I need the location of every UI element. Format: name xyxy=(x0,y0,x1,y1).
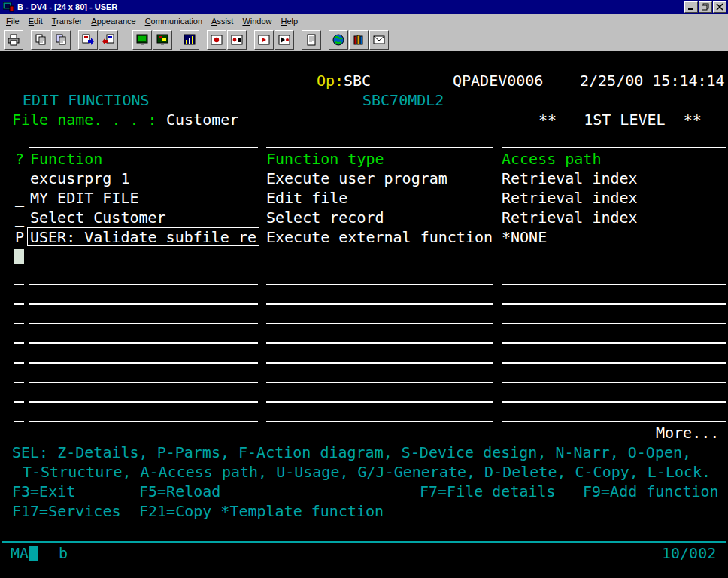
minimize-icon[interactable] xyxy=(684,1,698,13)
menu-appearance[interactable]: Appearance xyxy=(86,15,140,27)
paste-icon[interactable] xyxy=(51,30,71,50)
op-label: Op: xyxy=(317,71,344,90)
table-row-selected: P USER: Validate subfile re Execute exte… xyxy=(0,227,728,247)
sel-input[interactable] xyxy=(14,325,24,344)
message-icon[interactable] xyxy=(369,30,389,50)
function-type: Execute user program xyxy=(266,169,447,188)
stop-macro-icon[interactable] xyxy=(227,30,247,50)
function-input[interactable] xyxy=(29,345,258,364)
sel-input[interactable] xyxy=(14,306,24,324)
file-row: File name. . . : Customer ** 1ST LEVEL *… xyxy=(0,110,728,129)
display-setup-icon[interactable] xyxy=(132,30,152,50)
level-indicator: ** 1ST LEVEL ** xyxy=(538,110,702,129)
sel-options-line1: SEL: Z-Details, P-Parms, F-Action diagra… xyxy=(12,443,691,462)
access-path: Retrieval index xyxy=(502,188,638,208)
sel-options-row-2: T-Structure, A-Access path, U-Usage, G/J… xyxy=(0,462,728,482)
sel-input[interactable] xyxy=(14,384,24,403)
copy-icon[interactable] xyxy=(31,30,50,50)
fkey-f3-exit: F3=Exit xyxy=(12,482,75,501)
function-name[interactable]: USER: Validate subfile re xyxy=(30,227,256,247)
more-row: More... xyxy=(0,423,728,443)
menubar: File Edit Transfer Appearance Communicat… xyxy=(0,14,728,28)
file-name-label: File name. . . : xyxy=(12,110,157,129)
sel-input[interactable] xyxy=(14,364,24,383)
model-name: SBC70MDL2 xyxy=(362,90,444,110)
empty-row xyxy=(0,325,728,345)
close-icon[interactable] xyxy=(713,1,726,13)
function-input[interactable] xyxy=(29,306,258,324)
menu-communication[interactable]: Communication xyxy=(141,15,207,27)
sel-input[interactable] xyxy=(14,266,24,285)
menu-edit[interactable]: Edit xyxy=(24,15,47,27)
function-name[interactable]: excusrprg 1 xyxy=(30,169,129,188)
page-title: EDIT FUNCTIONS xyxy=(23,90,150,110)
fkey-f21-copy: F21=Copy *Template function xyxy=(139,501,384,521)
header-separator xyxy=(0,129,728,149)
play-macro-icon[interactable] xyxy=(254,30,274,50)
menu-file[interactable]: File xyxy=(2,15,24,27)
access-column-header: Access path xyxy=(502,149,601,169)
chart-icon[interactable] xyxy=(180,30,199,50)
sel-options-line2: T-Structure, A-Access path, U-Usage, G/J… xyxy=(23,462,711,482)
run-macro-icon[interactable] xyxy=(275,30,294,50)
file-name-value: Customer xyxy=(166,110,238,129)
status-row: Op: SBC QPADEV0006 2/25/00 15:14:14 xyxy=(0,71,728,90)
receive-file-icon[interactable] xyxy=(99,30,118,50)
table-row: _ excusrprg 1 Execute user program Retri… xyxy=(0,169,728,188)
oia-status-block xyxy=(29,546,38,561)
table-row: _ Select Customer Select record Retrieva… xyxy=(0,208,728,227)
sel-input[interactable]: _ xyxy=(15,188,24,208)
send-file-icon[interactable] xyxy=(78,30,98,50)
sel-input[interactable]: P xyxy=(15,227,24,247)
function-input[interactable] xyxy=(29,286,258,305)
emulator-window: B - DV4 - [24 x 80] - USER File Edit Tra… xyxy=(0,0,728,578)
oia-cursor-position: 10/002 xyxy=(662,543,716,563)
cursor-row xyxy=(0,247,728,266)
function-name[interactable]: Select Customer xyxy=(30,208,166,227)
more-indicator: More... xyxy=(656,423,719,443)
terminal-screen[interactable]: Op: SBC QPADEV0006 2/25/00 15:14:14 EDIT… xyxy=(0,51,728,578)
menu-window[interactable]: Window xyxy=(238,15,276,27)
record-macro-icon[interactable] xyxy=(207,30,226,50)
fkey-row-2: F17=Services F21=Copy *Template function xyxy=(0,501,728,521)
titlebar[interactable]: B - DV4 - [24 x 80] - USER xyxy=(0,0,728,14)
sel-column-header: ? xyxy=(15,149,24,169)
sel-input[interactable] xyxy=(14,403,24,422)
function-input[interactable] xyxy=(29,384,258,403)
empty-row xyxy=(0,384,728,403)
access-path: Retrieval index xyxy=(502,169,638,188)
sel-input[interactable]: _ xyxy=(15,208,24,227)
sel-input[interactable] xyxy=(14,345,24,364)
function-input[interactable] xyxy=(29,403,258,422)
notepad-icon[interactable] xyxy=(302,30,321,50)
function-input[interactable] xyxy=(29,364,258,383)
color-setup-icon[interactable] xyxy=(153,30,172,50)
information-library-icon[interactable] xyxy=(349,30,369,50)
access-path: *NONE xyxy=(502,227,547,247)
empty-row xyxy=(0,364,728,384)
fkey-f9-add-function: F9=Add function xyxy=(583,482,719,501)
function-input[interactable] xyxy=(29,325,258,344)
fkey-f7-file-details: F7=File details xyxy=(420,482,556,501)
restore-icon[interactable] xyxy=(699,1,712,13)
function-input[interactable] xyxy=(29,266,258,285)
sel-input[interactable]: _ xyxy=(15,169,24,188)
function-type: Edit file xyxy=(266,188,347,208)
web-browser-icon[interactable] xyxy=(329,30,348,50)
app-icon xyxy=(3,2,14,12)
function-name[interactable]: MY EDIT FILE xyxy=(30,188,139,208)
toolbar xyxy=(0,28,728,51)
fkey-row-1: F3=Exit F5=Reload F7=File details F9=Add… xyxy=(0,482,728,501)
oia-ma-indicator: MA xyxy=(11,543,29,563)
menu-assist[interactable]: Assist xyxy=(207,15,238,27)
sel-input[interactable] xyxy=(14,286,24,305)
type-column-header: Function type xyxy=(266,149,384,169)
menu-transfer[interactable]: Transfer xyxy=(47,15,87,27)
oia-shift-indicator: b xyxy=(59,543,68,563)
print-screen-icon[interactable] xyxy=(4,30,23,50)
function-type: Select record xyxy=(266,208,384,227)
title-row: EDIT FUNCTIONS SBC70MDL2 xyxy=(0,90,728,110)
device-name: QPADEV0006 xyxy=(453,71,543,90)
empty-row xyxy=(0,403,728,423)
menu-help[interactable]: Help xyxy=(277,15,303,27)
